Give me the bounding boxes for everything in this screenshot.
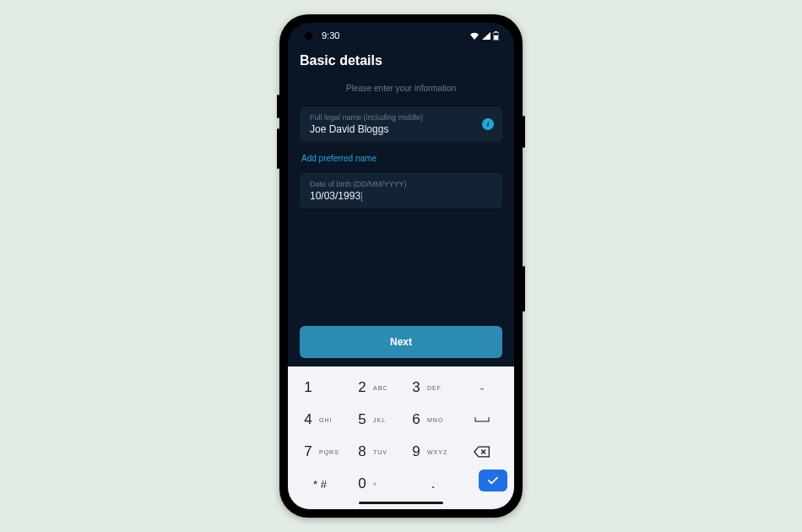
app-content: Basic details Please enter your informat… bbox=[288, 48, 514, 366]
nav-handle[interactable] bbox=[359, 502, 443, 504]
field-label: Date of birth (DD/MM/YYYY) bbox=[310, 180, 492, 188]
dob-field[interactable]: Date of birth (DD/MM/YYYY) 10/03/1993 bbox=[300, 173, 502, 209]
side-button bbox=[277, 95, 279, 118]
numeric-keypad: 1 2ABC 3DEF - 4GHI 5JKL 6MNO 7PQRS 8TUV … bbox=[288, 366, 514, 509]
front-camera bbox=[305, 32, 312, 40]
side-button bbox=[277, 128, 279, 169]
key-star-hash[interactable]: * # bbox=[295, 470, 345, 498]
field-label: Full legal name (including middle) bbox=[310, 113, 492, 122]
space-icon bbox=[474, 415, 490, 424]
backspace-icon bbox=[474, 446, 490, 458]
page-title: Basic details bbox=[300, 53, 502, 68]
status-icons bbox=[469, 31, 499, 41]
battery-icon bbox=[493, 31, 499, 41]
next-button[interactable]: Next bbox=[300, 326, 502, 358]
signal-icon bbox=[482, 32, 490, 40]
side-button bbox=[523, 116, 525, 148]
key-dot[interactable]: . bbox=[403, 470, 453, 498]
status-bar: 9:30 bbox=[288, 23, 514, 48]
side-button bbox=[523, 266, 525, 312]
key-5[interactable]: 5JKL bbox=[349, 405, 399, 434]
key-confirm[interactable] bbox=[479, 470, 507, 491]
page-subtitle: Please enter your information bbox=[300, 84, 502, 93]
field-value: 10/03/1993 bbox=[310, 190, 492, 202]
key-dash[interactable]: - bbox=[457, 373, 507, 402]
key-3[interactable]: 3DEF bbox=[403, 373, 453, 402]
key-1[interactable]: 1 bbox=[295, 373, 345, 402]
svg-rect-2 bbox=[494, 35, 498, 39]
key-backspace[interactable] bbox=[457, 437, 507, 466]
wifi-icon bbox=[469, 32, 480, 40]
info-icon[interactable]: i bbox=[482, 118, 494, 130]
key-0[interactable]: 0+ bbox=[349, 470, 399, 498]
add-preferred-name-link[interactable]: Add preferred name bbox=[300, 150, 502, 173]
key-space[interactable] bbox=[457, 405, 507, 434]
status-time: 9:30 bbox=[322, 30, 339, 41]
phone-frame: 9:30 Basic details Please enter your inf… bbox=[279, 14, 523, 518]
field-value: Joe David Bloggs bbox=[310, 123, 492, 135]
key-2[interactable]: 2ABC bbox=[349, 373, 399, 402]
key-4[interactable]: 4GHI bbox=[295, 405, 345, 434]
key-6[interactable]: 6MNO bbox=[403, 405, 453, 434]
check-icon bbox=[487, 476, 499, 485]
screen: 9:30 Basic details Please enter your inf… bbox=[288, 23, 514, 509]
key-7[interactable]: 7PQRS bbox=[295, 437, 345, 466]
key-9[interactable]: 9WXYZ bbox=[403, 437, 453, 466]
legal-name-field[interactable]: Full legal name (including middle) Joe D… bbox=[300, 106, 502, 142]
key-8[interactable]: 8TUV bbox=[349, 437, 399, 466]
